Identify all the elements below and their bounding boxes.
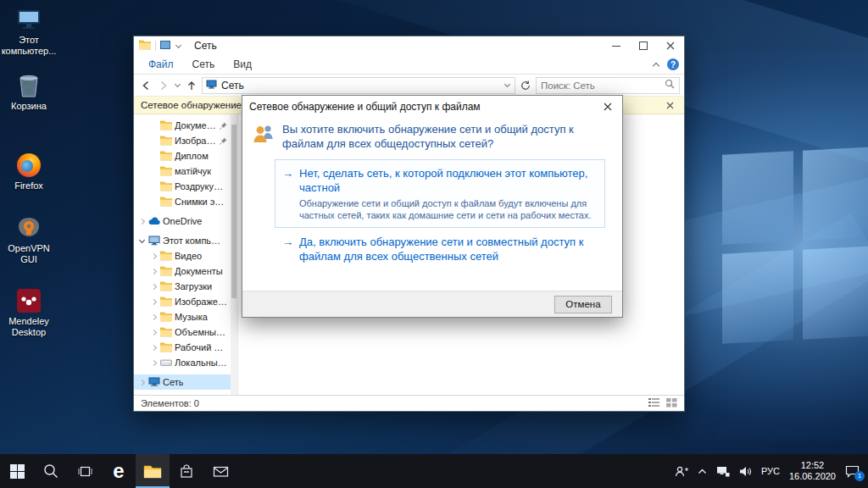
tray-time: 12:52 [801, 460, 825, 471]
sidebar-item-pictures-pinned[interactable]: Изображения [134, 133, 237, 148]
dialog-close-button[interactable] [593, 96, 622, 117]
task-view-button[interactable] [68, 454, 102, 488]
search-icon[interactable] [665, 79, 675, 92]
address-path: Сеть [221, 80, 244, 92]
expand-chevron-icon[interactable] [150, 298, 158, 306]
collapse-ribbon-icon[interactable] [652, 61, 660, 68]
tray-date: 16.06.2020 [789, 471, 836, 482]
mail-button[interactable] [203, 454, 237, 488]
language-indicator[interactable]: РУС [761, 466, 780, 476]
expand-chevron-icon[interactable] [150, 344, 158, 352]
clock[interactable]: 12:52 16.06.2020 [789, 460, 836, 482]
forward-button[interactable] [156, 77, 171, 94]
desktop-icon-firefox[interactable]: Firefox [2, 152, 56, 191]
address-bar[interactable]: Сеть [202, 77, 515, 94]
thumbnails-view-icon[interactable] [666, 398, 677, 409]
mendeley-icon [15, 288, 42, 313]
firefox-icon [15, 152, 42, 178]
sidebar-item-downloads[interactable]: Загрузки [134, 279, 237, 294]
help-icon[interactable]: ? [667, 58, 679, 70]
sidebar-scrollbar[interactable] [231, 114, 237, 395]
option-title: Да, включить обнаружение сети и совместн… [299, 235, 598, 263]
hidden-icons-chevron-icon[interactable] [698, 469, 707, 474]
desktop-icon-openvpn[interactable]: OpenVPN GUI [2, 215, 56, 265]
qat-properties-icon[interactable] [160, 40, 170, 52]
volume-icon[interactable] [739, 466, 752, 477]
edge-browser-button[interactable]: e [102, 454, 136, 488]
tab-file[interactable]: Файл [139, 56, 183, 73]
collapse-chevron-icon[interactable] [138, 237, 146, 245]
expand-chevron-icon[interactable] [150, 359, 158, 367]
scrollbar-thumb[interactable] [231, 125, 236, 298]
sidebar-item-network[interactable]: Сеть [134, 374, 237, 390]
folder-icon [160, 136, 172, 146]
taskbar-search-button[interactable] [34, 454, 68, 488]
tab-network[interactable]: Сеть [183, 56, 225, 73]
sidebar-item-3d-objects[interactable]: Объемные объе... [134, 324, 237, 340]
command-link-arrow-icon: → [282, 235, 293, 263]
minimize-button[interactable] [603, 36, 630, 55]
desktop-icon-label: Корзина [11, 101, 47, 112]
network-discovery-dialog: Сетевое обнаружение и общий доступ к фай… [242, 95, 623, 318]
sidebar-item-pictures[interactable]: Изображения [134, 294, 237, 309]
expand-chevron-icon[interactable] [150, 283, 158, 291]
expand-chevron-icon[interactable] [150, 252, 158, 260]
network-icon [148, 377, 160, 387]
recent-locations-chevron-icon[interactable] [174, 81, 181, 89]
cancel-button[interactable]: Отмена [554, 296, 612, 313]
back-button[interactable] [138, 77, 153, 94]
command-link-arrow-icon: → [282, 166, 293, 221]
desktop-icon-label: Firefox [14, 180, 43, 191]
refresh-button[interactable] [518, 77, 533, 94]
expand-chevron-icon[interactable] [150, 329, 158, 336]
expand-chevron-icon[interactable] [150, 313, 158, 321]
openvpn-icon [15, 215, 42, 241]
sidebar-item-local-disk[interactable]: Локальный диск ... [134, 355, 237, 370]
sidebar-item-onedrive[interactable]: OneDrive [134, 214, 237, 229]
expand-chevron-icon[interactable] [138, 218, 146, 225]
notification-close-icon[interactable] [662, 97, 677, 114]
window-controls [603, 36, 684, 55]
tab-view[interactable]: Вид [224, 56, 261, 73]
sidebar-item-rozdrukuvaty[interactable]: Роздрукувати [134, 179, 237, 194]
maximize-button[interactable] [630, 36, 657, 55]
expand-chevron-icon[interactable] [138, 379, 146, 386]
dialog-footer: Отмена [242, 291, 622, 317]
windows-logo-panes [722, 147, 868, 343]
sidebar-item-documents[interactable]: Документы [134, 263, 237, 279]
sidebar-item-desktop[interactable]: Рабочий стол [134, 340, 237, 355]
network-tray-icon[interactable] [716, 466, 730, 477]
qat-customize-chevron-icon[interactable] [175, 42, 182, 50]
people-icon[interactable] [675, 465, 688, 478]
up-button[interactable] [184, 77, 199, 94]
desktop-icon-label: Mendeley Desktop [2, 316, 56, 338]
address-dropdown-chevron-icon[interactable] [504, 81, 511, 89]
pin-icon [220, 122, 227, 130]
search-input[interactable]: Поиск: Сеть [536, 77, 680, 94]
sidebar-item-diplom[interactable]: Диплом [134, 148, 237, 164]
folder-icon [160, 181, 172, 191]
logo-pane [722, 250, 793, 343]
toolbar-divider [155, 41, 156, 51]
desktop-icon-this-pc[interactable]: Этот компьютер... [2, 7, 56, 57]
sidebar-item-matiychuk[interactable]: матійчук [134, 164, 237, 179]
file-explorer-button[interactable] [136, 454, 170, 488]
sidebar-item-videos[interactable]: Видео [134, 248, 237, 263]
option-enable-discovery-public[interactable]: → Да, включить обнаружение сети и совмес… [275, 228, 605, 270]
address-location-icon [206, 80, 217, 92]
option-make-network-private[interactable]: → Нет, сделать сеть, к которой подключен… [275, 159, 605, 228]
close-button[interactable] [657, 36, 684, 55]
expand-chevron-icon[interactable] [150, 268, 158, 275]
action-center-icon[interactable]: 1 [845, 465, 860, 478]
sidebar-item-documents-pinned[interactable]: Документы [134, 118, 237, 133]
details-view-icon[interactable] [648, 398, 659, 409]
3d-objects-folder-icon [160, 327, 172, 337]
sidebar-item-this-pc[interactable]: Этот компьютер [134, 233, 237, 248]
start-button[interactable] [0, 454, 34, 488]
sidebar-item-screenshots[interactable]: Снимки экрана [134, 194, 237, 209]
ribbon-tab-bar: Файл Сеть Вид ? [134, 55, 684, 75]
store-button[interactable] [170, 454, 203, 488]
desktop-icon-recycle-bin[interactable]: Корзина [2, 73, 56, 112]
sidebar-item-music[interactable]: Музыка [134, 309, 237, 324]
desktop-icon-mendeley[interactable]: Mendeley Desktop [2, 288, 56, 338]
